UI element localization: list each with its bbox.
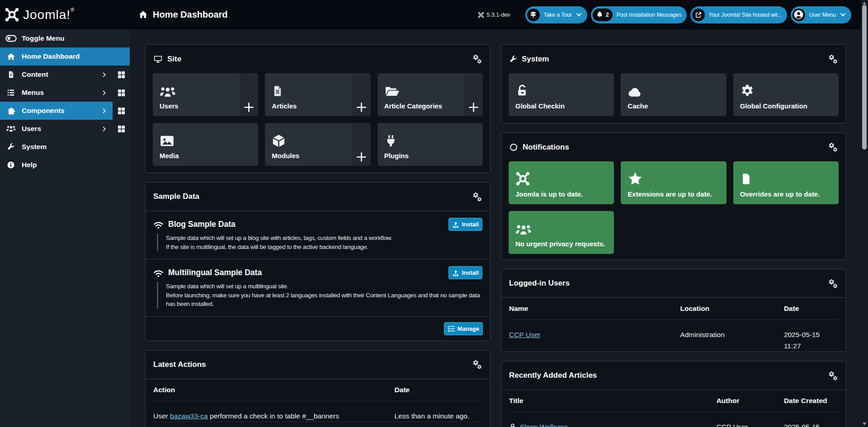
components-dashboard-grid-button[interactable] [113,102,130,120]
joomla-update-status[interactable]: Joomla is up to date. [509,161,614,204]
upload-icon [452,270,459,277]
registered-mark: ® [71,7,74,12]
star-icon [627,171,643,186]
users-shortcut[interactable]: Users [153,73,240,116]
scrollbar[interactable] [861,0,868,427]
action-text: User [153,412,170,420]
users-icon [160,86,176,98]
sample-item-heading-row: Blog Sample Data Install [153,218,482,231]
take-a-tour-button[interactable]: Take a Tour [525,6,587,23]
joomla-version-icon [478,12,484,18]
panel-header: Notifications [501,133,846,161]
sidebar-item-home-dashboard[interactable]: Home Dashboard [0,47,130,66]
users-icon [515,224,532,236]
panel-options-cogs-icon[interactable] [828,54,838,64]
wrench-icon [509,55,517,63]
panel-options-cogs-icon[interactable] [472,54,482,64]
location-text: Administration [680,331,725,338]
user-menu-button[interactable]: User Menu [791,6,851,23]
content-dashboard-grid-button[interactable] [113,66,130,84]
card-label: No urgent privacy requests. [515,240,607,248]
site-card-users: Users [153,73,258,116]
panel-options-cogs-icon[interactable] [828,142,838,152]
toggle-menu-button[interactable]: Toggle Menu [0,29,130,47]
privacy-requests-status[interactable]: No urgent privacy requests. [509,211,614,254]
chevron-down-icon [840,11,846,18]
scrollbar-down-arrow[interactable] [863,422,866,425]
messages-badge: 2 [593,9,613,21]
extensions-update-status[interactable]: Extensions are up to date. [621,161,726,204]
user-link[interactable]: bazaw33-ca [170,412,208,420]
sidebar-item-components: Components [0,102,130,120]
system-card-cache: Cache [621,73,726,116]
notification-card-overrides: Overrides are up to date. [733,161,839,204]
joomla-brand[interactable]: Joomla!® [0,7,138,22]
panel-options-cogs-icon[interactable] [472,360,482,369]
card-label: Plugins [384,152,476,160]
user-link[interactable]: CCP User [509,331,540,338]
sidebar-item-help[interactable]: Help [0,156,130,174]
home-icon [0,52,22,61]
chevron-right-icon [95,71,113,78]
cache-shortcut[interactable]: Cache [621,73,726,116]
sidebar-link-components[interactable]: Components [0,102,113,120]
system-card-global-configuration: Global Configuration [733,73,839,116]
add-article-category-button[interactable] [464,73,483,116]
scrollbar-thumb[interactable] [862,5,867,150]
panel-options-cogs-icon[interactable] [472,192,482,202]
user-name-cell: CCP User [509,320,680,352]
sidebar-item-system[interactable]: System [0,138,130,156]
card-label: Overrides are up to date. [740,190,832,198]
article-link[interactable]: Sleep Wellness [520,421,568,427]
overrides-update-status[interactable]: Overrides are up to date. [733,161,839,204]
list-check-icon [448,325,455,333]
sidebar-link-users[interactable]: Users [0,120,113,138]
global-configuration-shortcut[interactable]: Global Configuration [733,73,839,116]
dashboard-columns: Site Users Articles [130,29,861,427]
panel-title: Notifications [523,143,569,152]
sidebar-link-content[interactable]: Content [0,66,113,84]
panel-options-cogs-icon[interactable] [828,371,838,380]
article-categories-shortcut[interactable]: Article Categories [377,73,464,116]
topbar-actions: 5.3.1-dev Take a Tour 2 Post Installatio… [478,6,861,23]
post-installation-messages-button[interactable]: 2 Post Installation Messages [591,6,687,23]
plugins-shortcut[interactable]: Plugins [377,123,483,166]
plus-icon [244,102,254,113]
sidebar-item-label: Help [22,161,130,169]
site-card-media: Media [153,123,258,166]
sidebar-link-menus[interactable]: Menus [0,84,113,102]
panel-title: Recently Added Articles [509,371,597,380]
users-dashboard-grid-button[interactable] [113,120,130,138]
sample-item-description: Sample data which will set up a blog sit… [157,234,482,251]
install-blog-sample-button[interactable]: Install [448,218,482,231]
manage-button[interactable]: Manage [444,322,483,335]
sidebar-item-label: Menus [22,89,95,97]
messages-label: Post Installation Messages [617,12,682,18]
media-shortcut[interactable]: Media [153,123,258,166]
upload-icon [452,221,459,229]
articles-shortcut[interactable]: Articles [265,73,352,116]
scrollbar-up-arrow[interactable] [863,2,866,5]
modules-shortcut[interactable]: Modules [265,123,352,166]
add-module-button[interactable] [352,123,371,166]
file-icon [740,172,752,186]
menus-dashboard-grid-button[interactable] [113,84,130,102]
toggle-menu-label: Toggle Menu [22,34,130,42]
person-circle-icon [793,9,805,21]
global-checkin-shortcut[interactable]: Global Checkin [509,73,614,116]
logged-in-users-table: Name Location Date CCP User Administrati… [509,298,838,352]
add-article-button[interactable] [352,73,371,116]
table-head: Action Date [153,379,482,401]
panel-options-cogs-icon[interactable] [828,279,838,288]
latest-actions-panel: Latest Actions Action Date User bazaw33-… [145,350,491,427]
hosted-site-button[interactable]: Your Joomla! Site hosted wit... [690,6,787,23]
install-multilingual-sample-button[interactable]: Install [448,266,482,279]
date-text: Less than a minute ago. [395,412,469,420]
plug-icon [384,134,397,148]
add-user-button[interactable] [240,73,258,116]
column-header-name: Name [509,298,680,320]
card-label: Global Configuration [740,102,832,110]
column-header-date: Date [395,379,482,401]
manage-label: Manage [458,325,479,332]
notification-card-extensions: Extensions are up to date. [621,161,726,204]
